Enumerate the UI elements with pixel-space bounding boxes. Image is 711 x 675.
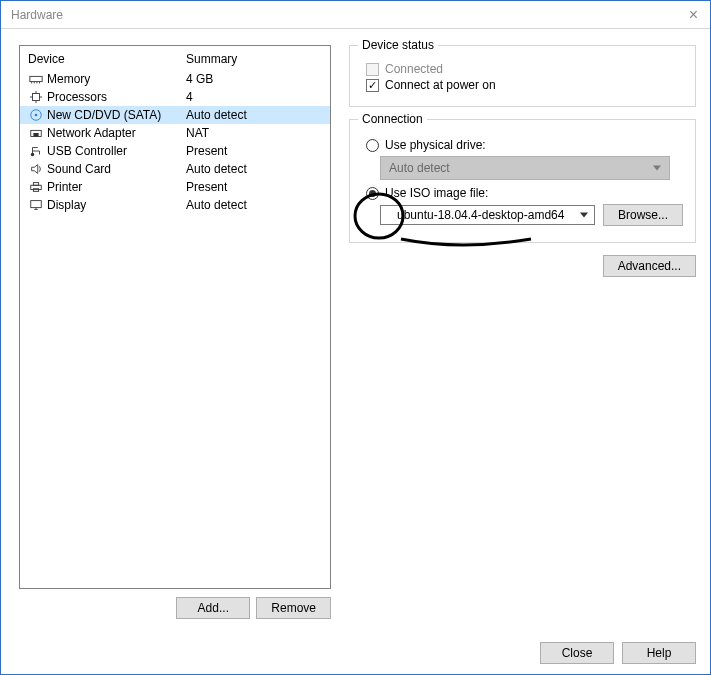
titlebar: Hardware × <box>1 1 710 29</box>
window-title: Hardware <box>11 8 63 22</box>
connection-group: Connection Use physical drive: Auto dete… <box>349 119 696 243</box>
physical-drive-radio[interactable] <box>366 139 379 152</box>
device-label: Processors <box>47 90 186 104</box>
close-icon[interactable]: × <box>683 6 704 24</box>
connection-title: Connection <box>358 112 427 126</box>
device-summary: Present <box>186 180 322 194</box>
device-summary: Auto detect <box>186 162 322 176</box>
device-row-disc[interactable]: New CD/DVD (SATA)Auto detect <box>20 106 330 124</box>
header-summary: Summary <box>186 52 322 66</box>
iso-radio[interactable] <box>366 187 379 200</box>
svg-rect-0 <box>30 76 42 81</box>
svg-rect-13 <box>33 133 38 137</box>
power-on-label: Connect at power on <box>385 78 496 92</box>
sound-icon <box>28 161 44 177</box>
usb-icon <box>28 143 44 159</box>
remove-button[interactable]: Remove <box>256 597 331 619</box>
memory-icon <box>28 71 44 87</box>
svg-rect-5 <box>33 94 40 101</box>
device-label: Sound Card <box>47 162 186 176</box>
help-button[interactable]: Help <box>622 642 696 664</box>
device-row-display[interactable]: DisplayAuto detect <box>20 196 330 214</box>
device-label: New CD/DVD (SATA) <box>47 108 186 122</box>
physical-drive-label: Use physical drive: <box>385 138 486 152</box>
browse-button[interactable]: Browse... <box>603 204 683 226</box>
device-summary: 4 GB <box>186 72 322 86</box>
device-summary: NAT <box>186 126 322 140</box>
add-button[interactable]: Add... <box>176 597 250 619</box>
physical-drive-combo: Auto detect <box>380 156 670 180</box>
device-label: Printer <box>47 180 186 194</box>
device-row-usb[interactable]: USB ControllerPresent <box>20 142 330 160</box>
display-icon <box>28 197 44 213</box>
device-row-sound[interactable]: Sound CardAuto detect <box>20 160 330 178</box>
device-row-printer[interactable]: PrinterPresent <box>20 178 330 196</box>
device-row-nic[interactable]: Network AdapterNAT <box>20 124 330 142</box>
power-on-checkbox[interactable]: ✓ <box>366 79 379 92</box>
device-summary: 4 <box>186 90 322 104</box>
device-summary: Auto detect <box>186 198 322 212</box>
iso-label: Use ISO image file: <box>385 186 488 200</box>
header-device: Device <box>28 52 186 66</box>
close-button[interactable]: Close <box>540 642 614 664</box>
device-label: Memory <box>47 72 186 86</box>
device-label: Display <box>47 198 186 212</box>
cpu-icon <box>28 89 44 105</box>
disc-icon <box>28 107 44 123</box>
svg-rect-18 <box>31 201 42 208</box>
iso-path-combo[interactable]: .. ubuntu-18.04.4-desktop-amd64 <box>380 205 595 225</box>
device-summary: Auto detect <box>186 108 322 122</box>
printer-icon <box>28 179 44 195</box>
device-list: Device Summary Memory4 GBProcessors4New … <box>19 45 331 589</box>
device-label: Network Adapter <box>47 126 186 140</box>
device-status-group: Device status Connected ✓ Connect at pow… <box>349 45 696 107</box>
connected-label: Connected <box>385 62 443 76</box>
svg-point-11 <box>35 114 38 117</box>
device-label: USB Controller <box>47 144 186 158</box>
device-list-header: Device Summary <box>20 46 330 70</box>
nic-icon <box>28 125 44 141</box>
device-status-title: Device status <box>358 38 438 52</box>
advanced-button[interactable]: Advanced... <box>603 255 696 277</box>
connected-checkbox <box>366 63 379 76</box>
device-row-memory[interactable]: Memory4 GB <box>20 70 330 88</box>
device-row-cpu[interactable]: Processors4 <box>20 88 330 106</box>
device-summary: Present <box>186 144 322 158</box>
svg-rect-16 <box>33 183 38 186</box>
